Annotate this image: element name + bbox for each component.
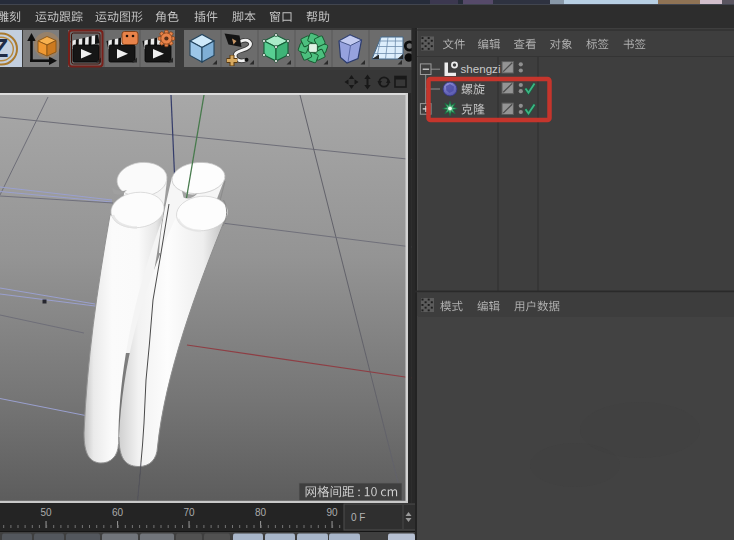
svg-text:0 F: 0 F (351, 512, 365, 523)
svg-text:80: 80 (255, 507, 267, 518)
svg-text:shengzi: shengzi (461, 62, 501, 75)
svg-text:50: 50 (40, 507, 52, 518)
svg-text:60: 60 (112, 507, 124, 518)
svg-text:Z: Z (0, 34, 8, 62)
svg-text:90: 90 (326, 507, 338, 518)
svg-text:70: 70 (183, 507, 195, 518)
